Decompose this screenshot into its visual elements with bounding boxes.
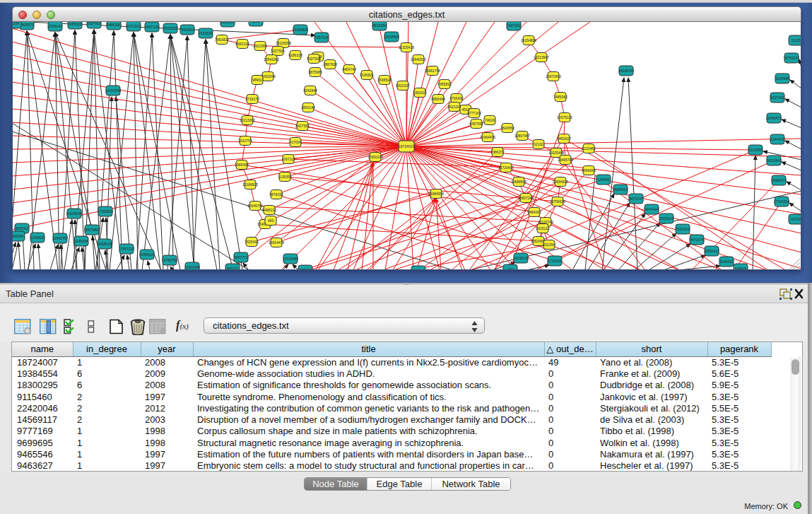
svg-text:6466160: 6466160 (107, 23, 121, 27)
svg-text:16914479: 16914479 (269, 240, 284, 245)
svg-text:10973493: 10973493 (546, 74, 561, 78)
svg-text:17359924: 17359924 (98, 209, 113, 214)
svg-text:12923446: 12923446 (184, 265, 200, 269)
svg-text:8471676: 8471676 (690, 238, 704, 242)
svg-text:8186328: 8186328 (288, 53, 302, 57)
svg-text:10688609: 10688609 (511, 180, 526, 184)
svg-text:15720407: 15720407 (498, 165, 514, 170)
svg-text:2867608: 2867608 (323, 62, 337, 66)
svg-text:12975115: 12975115 (557, 115, 572, 119)
svg-text:1965498: 1965498 (235, 163, 249, 167)
svg-text:10025488: 10025488 (548, 151, 564, 155)
svg-text:9657771: 9657771 (234, 255, 248, 259)
svg-text:15640910: 15640910 (411, 57, 426, 62)
svg-text:2933114: 2933114 (659, 216, 673, 221)
svg-text:9463627: 9463627 (557, 136, 571, 141)
svg-text:8660124: 8660124 (235, 42, 249, 46)
svg-text:9115460: 9115460 (582, 146, 595, 151)
svg-text:16053809: 16053809 (293, 28, 308, 32)
svg-text:13716485: 13716485 (283, 257, 298, 261)
svg-text:2087682: 2087682 (507, 23, 521, 28)
svg-text:3912954: 3912954 (253, 44, 267, 48)
svg-text:7357224: 7357224 (314, 35, 329, 40)
svg-text:7485063: 7485063 (553, 95, 567, 99)
svg-text:8813054: 8813054 (372, 23, 387, 28)
svg-text:15300243: 15300243 (367, 155, 383, 159)
svg-text:98961: 98961 (252, 78, 262, 82)
svg-text:19384554: 19384554 (428, 192, 444, 196)
svg-text:11325419: 11325419 (399, 45, 414, 49)
svg-text:116753: 116753 (790, 217, 801, 221)
svg-text:14136141: 14136141 (513, 256, 529, 260)
svg-text:1065326: 1065326 (220, 22, 235, 24)
svg-text:12213382: 12213382 (240, 118, 255, 122)
svg-text:39154: 39154 (12, 22, 19, 25)
svg-text:15692971: 15692971 (771, 178, 787, 182)
svg-text:7386372: 7386372 (490, 150, 505, 154)
svg-text:16648784: 16648784 (618, 69, 634, 73)
svg-text:4835061: 4835061 (15, 226, 29, 230)
svg-text:17957225: 17957225 (119, 247, 134, 251)
svg-text:9245052: 9245052 (719, 259, 734, 264)
svg-text:1610755: 1610755 (238, 139, 252, 143)
svg-text:8135: 8135 (252, 22, 259, 23)
svg-text:3267110: 3267110 (281, 157, 295, 161)
svg-text:9129966: 9129966 (775, 76, 789, 81)
svg-text:19218506: 19218506 (384, 35, 399, 39)
svg-text:5878332: 5878332 (269, 192, 283, 197)
svg-text:15046766: 15046766 (247, 204, 263, 208)
svg-text:9327508: 9327508 (307, 57, 321, 61)
svg-text:1135359: 1135359 (278, 175, 291, 179)
svg-text:417006: 417006 (290, 140, 302, 144)
svg-text:10958107: 10958107 (139, 252, 155, 257)
svg-text:15751074: 15751074 (784, 56, 799, 60)
svg-text:3875685: 3875685 (308, 70, 322, 74)
svg-text:1244415: 1244415 (770, 137, 784, 141)
svg-text:74626: 74626 (485, 118, 495, 122)
svg-text:7663822: 7663822 (180, 28, 194, 32)
svg-text:7625402: 7625402 (245, 240, 259, 244)
svg-text:1538520: 1538520 (377, 78, 392, 82)
svg-text:1733426: 1733426 (548, 259, 562, 263)
svg-text:7663822: 7663822 (215, 37, 229, 42)
svg-text:489: 489 (268, 218, 274, 223)
svg-text:12093873: 12093873 (766, 116, 782, 120)
svg-text:1405572: 1405572 (20, 23, 34, 27)
svg-text:391594: 391594 (12, 234, 24, 238)
svg-text:8990448: 8990448 (431, 97, 445, 101)
svg-text:9777169: 9777169 (467, 111, 481, 115)
svg-text:20206535: 20206535 (66, 211, 82, 216)
svg-text:1065326: 1065326 (68, 22, 82, 26)
svg-text:8938923: 8938923 (613, 187, 628, 192)
svg-text:1156829: 1156829 (30, 235, 44, 240)
svg-text:18724007: 18724007 (399, 144, 414, 148)
svg-text:10654112: 10654112 (704, 249, 719, 253)
svg-text:1362615: 1362615 (413, 90, 427, 95)
svg-text:6879197: 6879197 (629, 197, 643, 201)
svg-text:12942757: 12942757 (52, 236, 68, 240)
svg-text:3215955: 3215955 (748, 148, 763, 152)
svg-text:16543362: 16543362 (264, 57, 279, 62)
svg-text:9227342: 9227342 (770, 95, 784, 100)
svg-text:16210643: 16210643 (766, 158, 782, 163)
svg-text:5498222: 5498222 (262, 208, 276, 212)
svg-text:11125: 11125 (791, 38, 800, 42)
svg-text:16782759: 16782759 (162, 258, 177, 262)
svg-text:15226058: 15226058 (276, 41, 291, 45)
svg-text:9884067: 9884067 (527, 210, 541, 214)
svg-text:21053346: 21053346 (105, 88, 121, 93)
svg-text:252254: 252254 (543, 243, 555, 247)
svg-text:9699695: 9699695 (582, 168, 596, 173)
svg-text:17016504: 17016504 (774, 199, 789, 204)
svg-text:19756928: 19756928 (550, 199, 565, 204)
svg-text:9242848: 9242848 (303, 88, 317, 93)
svg-text:15807249: 15807249 (518, 196, 534, 200)
svg-text:9327503: 9327503 (271, 49, 285, 53)
svg-text:10807487: 10807487 (514, 134, 530, 138)
svg-text:1667135: 1667135 (145, 25, 159, 29)
svg-text:13495798: 13495798 (558, 158, 573, 162)
svg-text:8454749: 8454749 (342, 67, 356, 71)
svg-text:1621022: 1621022 (447, 105, 461, 109)
svg-text:2009140: 2009140 (48, 24, 62, 28)
svg-text:62160: 62160 (534, 142, 543, 146)
